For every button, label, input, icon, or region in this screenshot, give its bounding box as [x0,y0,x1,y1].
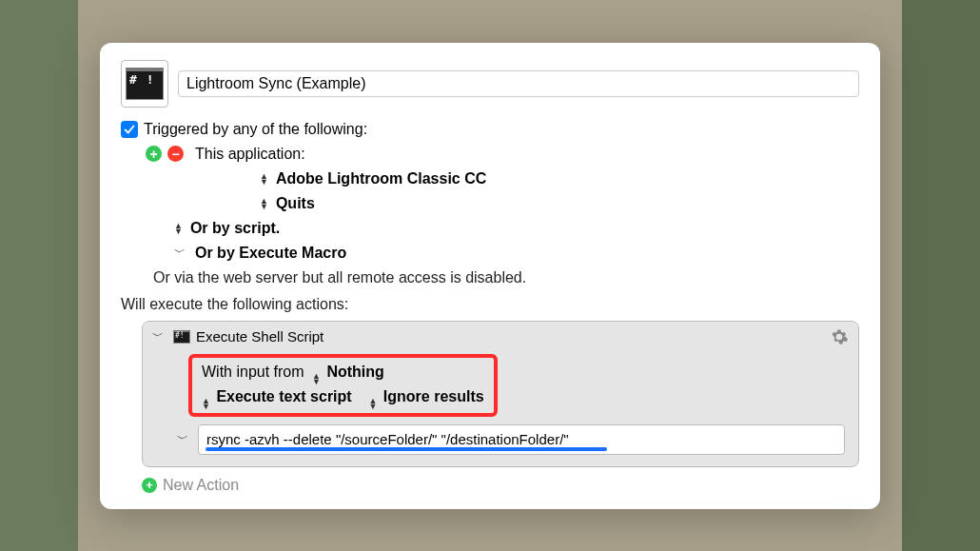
input-from-row[interactable]: With input from ▲▼ Nothing [202,364,484,383]
web-server-note: Or via the web server but all remote acc… [149,269,859,286]
input-from-label: With input from [202,364,304,380]
input-from-value: Nothing [326,364,383,380]
app-select-row[interactable]: ▲▼ Adobe Lightroom Classic CC [146,170,859,187]
updown-arrows-icon: ▲▼ [202,398,210,409]
terminal-icon [126,68,164,100]
macro-header [121,60,859,108]
actions-header-label: Will execute the following actions: [121,296,859,313]
chevron-down-icon: ﹀ [174,245,186,261]
action-header[interactable]: ﹀ Execute Shell Script [143,322,858,352]
updown-arrows-icon: ▲▼ [174,223,183,234]
gear-icon[interactable] [830,327,849,346]
updown-arrows-icon: ▲▼ [368,398,377,409]
trigger-body: + − This application: ▲▼ Adobe Lightroom… [121,146,859,286]
terminal-app-icon [121,60,168,108]
terminal-icon [173,330,190,344]
macro-name-input[interactable] [178,70,859,97]
remove-trigger-button[interactable]: − [167,146,184,162]
trigger-add-remove-row: + − This application: [146,146,859,163]
trigger-enabled-checkbox[interactable] [121,121,138,138]
action-title: Execute Shell Script [196,328,323,344]
chevron-down-icon: ﹀ [152,328,164,344]
highlighted-options: With input from ▲▼ Nothing ▲▼ Execute te… [188,354,498,417]
check-icon [123,123,136,136]
or-by-script-label: Or by script. [190,220,280,237]
updown-arrows-icon: ▲▼ [260,198,268,209]
results-mode-select[interactable]: Ignore results [383,388,484,404]
trigger-header-row: Triggered by any of the following: [121,121,859,138]
or-by-script-row[interactable]: ▲▼ Or by script. [146,220,859,237]
or-by-macro-row[interactable]: ﹀ Or by Execute Macro [146,245,859,262]
add-trigger-button[interactable]: + [146,146,162,162]
script-mode-select[interactable]: Execute text script [216,388,351,404]
app-name-value: Adobe Lightroom Classic CC [276,170,486,187]
app-event-row[interactable]: ▲▼ Quits [146,195,859,212]
script-result-row: ▲▼ Execute text script ▲▼ Ignore results [202,388,484,407]
app-event-value: Quits [276,195,315,212]
macro-editor-window: Triggered by any of the following: + − T… [100,43,880,509]
plus-icon: + [142,478,157,493]
blue-underline-annotation [206,447,607,451]
this-application-label: This application: [195,146,305,163]
updown-arrows-icon: ▲▼ [260,173,268,185]
chevron-down-icon[interactable]: ﹀ [177,431,188,447]
action-execute-shell-script: ﹀ Execute Shell Script With input from ▲… [142,321,859,467]
trigger-header-label: Triggered by any of the following: [144,121,367,138]
new-action-label: New Action [163,477,239,494]
new-action-button[interactable]: + New Action [142,477,859,494]
script-text-row: ﹀ [143,424,858,466]
or-by-macro-label: Or by Execute Macro [195,245,346,262]
updown-arrows-icon: ▲▼ [312,373,321,384]
